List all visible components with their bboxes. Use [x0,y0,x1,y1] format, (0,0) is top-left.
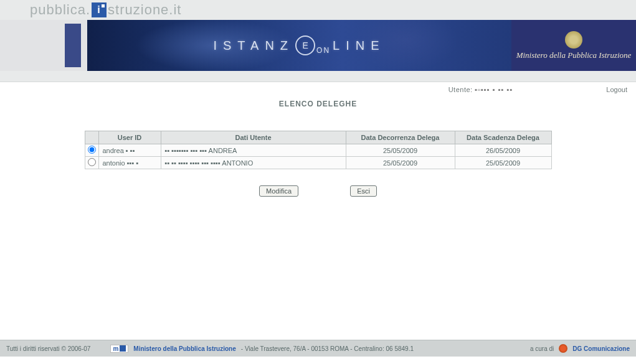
logo-square-icon: i [92,2,107,17]
esci-button[interactable]: Esci [350,185,377,197]
username: ▪▫▪▪▪ ▪ ▪▪ ▪▪ [475,86,513,93]
cell-dati: ▪▪ ▪▪ ▪▪▪▪ ▪▪▪▪ ▪▪▪ ▪▪▪▪ ANTONIO [161,157,346,169]
col-scadenza: Data Scadenza Delega [455,131,551,144]
cell-scadenza: 25/05/2009 [455,157,551,169]
dg-icon [559,344,567,353]
dg-link[interactable]: DG Comunicazione [572,345,630,352]
banner: ISTANZ E ON LINE Ministero della Pubblic… [0,20,636,71]
ministry-link[interactable]: Ministero della Pubblica Istruzione [133,345,235,352]
col-userid: User ID [98,131,161,144]
user-label: Utente: ▪▫▪▪▪ ▪ ▪▪ ▪▪ [449,86,513,93]
col-dati: Dati Utente [161,131,346,144]
table-row: antonio ▪▪▪ ▪ ▪▪ ▪▪ ▪▪▪▪ ▪▪▪▪ ▪▪▪ ▪▪▪▪ A… [85,157,551,169]
site-logo-part1: pubblica. [30,2,90,18]
page-title: ELENCO DELEGHE [0,100,636,108]
crest-icon [565,31,582,49]
col-select [85,131,98,144]
top-bar: pubblica. i struzione .it [0,0,636,20]
user-row: Utente: ▪▫▪▪▪ ▪ ▪▪ ▪▪ Logout [0,82,636,97]
modifica-button[interactable]: Modifica [259,185,298,197]
cell-dati: ▪▪ ▪▪▪▪▪▪▪ ▪▪▪ ▪▪▪ ANDREA [161,144,346,157]
banner-right: Ministero della Pubblica Istruzione [511,20,636,71]
site-logo-part3: .it [169,2,181,18]
deleghe-table: User ID Dati Utente Data Decorrenza Dele… [85,131,552,169]
banner-title-e: E [295,35,315,55]
banner-title-line: LINE [333,39,385,53]
cell-userid: antonio ▪▪▪ ▪ [98,157,161,169]
controls: Modifica Esci [7,185,629,197]
cell-userid: andrea ▪ ▪▪ [98,144,161,157]
table-header-row: User ID Dati Utente Data Decorrenza Dele… [85,131,551,144]
banner-title: ISTANZ E ON LINE [213,35,385,55]
footer-copyright: Tutti i diritti riservati © 2006-07 [6,345,90,352]
col-decorrenza: Data Decorrenza Delega [346,131,455,144]
logout-link[interactable]: Logout [606,86,627,93]
banner-title-pre: ISTANZ [213,39,294,53]
sub-bar [0,71,636,82]
banner-title-on: ON [316,46,330,55]
banner-decor-bar [65,24,81,67]
content: User ID Dati Utente Data Decorrenza Dele… [0,131,636,197]
footer-address: - Viale Trastevere, 76/A - 00153 ROMA - … [241,345,414,352]
row-radio[interactable] [88,158,96,166]
row-radio[interactable] [88,146,96,154]
site-logo: pubblica. i struzione .it [30,2,181,18]
banner-left [0,20,87,71]
site-logo-part2: struzione [108,2,169,18]
cell-decorrenza: 25/05/2009 [346,157,455,169]
footer: Tutti i diritti riservati © 2006-07 m Mi… [0,340,636,357]
banner-center: ISTANZ E ON LINE [87,20,511,71]
table-row: andrea ▪ ▪▪ ▪▪ ▪▪▪▪▪▪▪ ▪▪▪ ▪▪▪ ANDREA 25… [85,144,551,157]
cell-scadenza: 26/05/2009 [455,144,551,157]
ministry-name: Ministero della Pubblica Istruzione [516,51,632,60]
mpi-badge-icon: m [110,345,128,353]
cell-decorrenza: 25/05/2009 [346,144,455,157]
footer-cura: a cura di [530,345,554,352]
